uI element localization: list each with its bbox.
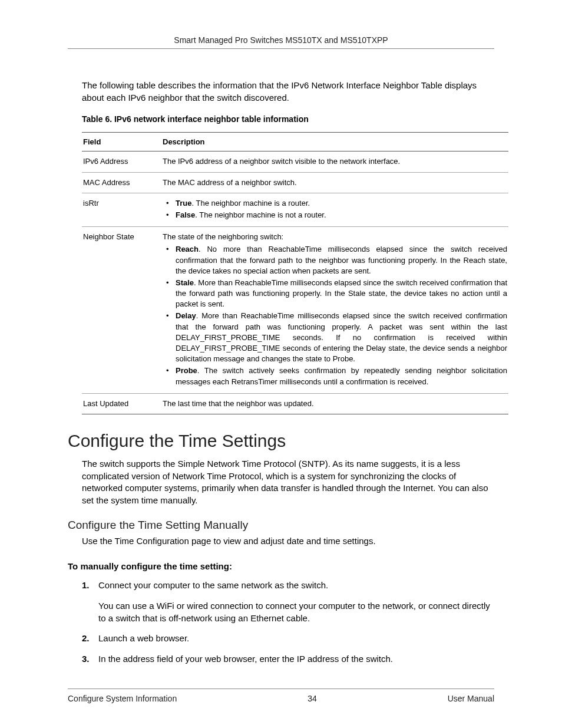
- procedure-steps: Connect your computer to the same networ…: [82, 579, 494, 665]
- header-rule: [68, 48, 494, 49]
- step-text: Connect your computer to the same networ…: [98, 580, 328, 590]
- table-row: isRtr True. The neighbor machine is a ro…: [82, 193, 508, 226]
- procedure-lead: To manually configure the time setting:: [68, 561, 494, 571]
- footer-rule: [68, 689, 494, 689]
- neighbor-table: Field Description IPv6 Address The IPv6 …: [82, 132, 508, 414]
- running-header: Smart Managed Pro Switches MS510TX and M…: [68, 35, 494, 45]
- cell-desc: The last time that the neighbor was upda…: [161, 393, 508, 414]
- cell-field: isRtr: [82, 193, 161, 226]
- table-header-row: Field Description: [82, 133, 508, 151]
- cell-field: IPv6 Address: [82, 151, 161, 172]
- table-row: IPv6 Address The IPv6 address of a neigh…: [82, 151, 508, 172]
- cell-field: Last Updated: [82, 393, 161, 414]
- list-item: Probe. The switch actively seeks confirm…: [163, 365, 507, 387]
- section-heading: Configure the Time Settings: [68, 431, 494, 451]
- step-item: In the address field of your web browser…: [82, 653, 494, 666]
- intro-paragraph: The following table describes the inform…: [82, 80, 494, 104]
- list-item: Reach. No more than ReachableTime millis…: [163, 244, 507, 276]
- cell-desc: The IPv6 address of a neighbor switch vi…: [161, 151, 508, 172]
- step-note: You can use a WiFi or wired connection t…: [98, 600, 494, 624]
- table-caption: Table 6. IPv6 network interface neighbor…: [82, 114, 494, 124]
- th-description: Description: [161, 133, 508, 151]
- cell-field: MAC Address: [82, 172, 161, 193]
- subsection-paragraph: Use the Time Configuration page to view …: [82, 535, 494, 548]
- section-paragraph: The switch supports the Simple Network T…: [82, 458, 494, 507]
- footer-page-number: 34: [308, 694, 317, 703]
- list-item: True. The neighbor machine is a router.: [163, 198, 507, 209]
- cell-desc: The MAC address of a neighbor switch.: [161, 172, 508, 193]
- list-item: False. The neighbor machine is not a rou…: [163, 210, 507, 220]
- table-row: Last Updated The last time that the neig…: [82, 393, 508, 414]
- list-item: Delay. More than ReachableTime milliseco…: [163, 311, 507, 364]
- step-item: Connect your computer to the same networ…: [82, 579, 494, 624]
- table-row: Neighbor State The state of the neighbor…: [82, 227, 508, 394]
- footer-left: Configure System Information: [68, 694, 177, 703]
- page-footer: Configure System Information 34 User Man…: [68, 689, 494, 703]
- cell-desc: True. The neighbor machine is a router. …: [161, 193, 508, 226]
- table-row: MAC Address The MAC address of a neighbo…: [82, 172, 508, 193]
- footer-right: User Manual: [448, 694, 494, 703]
- subsection-heading: Configure the Time Setting Manually: [68, 519, 494, 532]
- step-item: Launch a web browser.: [82, 633, 494, 645]
- cell-field: Neighbor State: [82, 227, 161, 394]
- cell-desc: The state of the neighboring switch: Rea…: [161, 227, 508, 394]
- list-item: Stale. More than ReachableTime milliseco…: [163, 278, 507, 310]
- th-field: Field: [82, 133, 161, 151]
- cell-intro: The state of the neighboring switch:: [163, 232, 507, 242]
